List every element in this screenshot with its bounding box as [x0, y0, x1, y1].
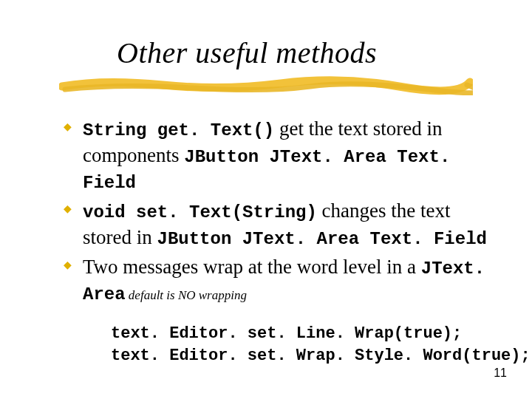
- bullet-item: void set. Text(String) changes the text …: [64, 198, 495, 250]
- brush-stroke-icon: [59, 75, 473, 95]
- bullet-item: Two messages wrap at the word level in a…: [64, 254, 495, 307]
- bullet-item: String get. Text() get the text stored i…: [64, 116, 495, 195]
- bullet-note: default is NO wrapping: [126, 288, 247, 302]
- page-number: 11: [494, 366, 507, 380]
- slide-title: Other useful methods: [117, 35, 495, 70]
- code-line: text. Editor. set. Line. Wrap(true);: [111, 324, 462, 343]
- code-block: text. Editor. set. Line. Wrap(true); tex…: [111, 323, 495, 366]
- bullet-list: String get. Text() get the text stored i…: [64, 116, 495, 307]
- title-underline: [59, 75, 473, 95]
- code-line: text. Editor. set. Wrap. Style. Word(tru…: [111, 347, 531, 365]
- slide: Other useful methods String get. Text() …: [0, 0, 532, 399]
- method-signature: String get. Text(): [83, 120, 274, 140]
- method-signature: void set. Text(String): [83, 202, 317, 222]
- bullet-text: Two messages wrap at the word level in a: [83, 256, 421, 278]
- class-names: JButton JText. Area Text. Field: [157, 229, 487, 249]
